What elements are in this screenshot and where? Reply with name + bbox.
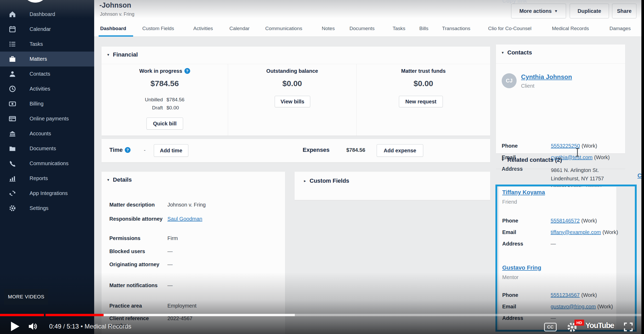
player-controls: 0:49 / 5:13 • Medical Records CC HD YouT… (0, 318, 644, 334)
sidebar-item-accounts[interactable]: Accounts (0, 126, 94, 141)
draft-row: Draft $0.00 (101, 105, 228, 111)
play-button[interactable] (11, 322, 19, 331)
help-icon[interactable]: ? (125, 147, 131, 153)
new-request-button[interactable]: New request (399, 96, 443, 107)
bar-chart-icon (8, 174, 17, 183)
sidebar-item-label: Contacts (30, 71, 50, 77)
sidebar-item-reports[interactable]: Reports (0, 171, 94, 186)
related-contacts-section-header[interactable]: ▾ Related contacts (2) (496, 157, 562, 163)
fullscreen-button[interactable] (623, 322, 634, 332)
youtube-logo[interactable]: YouTube (585, 321, 614, 330)
email-type: (Work) (594, 154, 610, 160)
home-icon (8, 10, 17, 19)
sidebar-item-label: Communications (30, 160, 69, 166)
progress-played-segment (46, 314, 104, 316)
tab-communications[interactable]: Communications (265, 26, 302, 31)
detail-row: Responsible attorney Saul Goodman (109, 215, 279, 222)
custom-fields-section-header[interactable]: ▸ Custom Fields (298, 177, 349, 184)
tab-tasks[interactable]: Tasks (393, 26, 405, 31)
financial-section-header[interactable]: ▾ Financial (101, 47, 138, 63)
calendar-icon (8, 25, 17, 34)
contacts-card: ▾ Contacts CJ Cynthia Johnson Client Pho… (496, 44, 625, 153)
closed-captions-button[interactable]: CC (544, 323, 557, 331)
time-value: - (144, 147, 145, 153)
view-bills-button[interactable]: View bills (275, 96, 310, 107)
details-section-header[interactable]: ▾ Details (101, 172, 132, 188)
quick-bill-button[interactable]: Quick bill (146, 118, 183, 130)
page-title: -Johnson (99, 1, 131, 9)
briefcase-icon (8, 55, 17, 64)
sidebar-item-label: Settings (30, 205, 48, 211)
contact-name-link[interactable]: Cynthia Johnson (521, 73, 572, 81)
credit-card-icon (8, 114, 17, 123)
tab-dashboard[interactable]: Dashboard (100, 26, 126, 31)
contact-role: Client (521, 83, 534, 89)
hd-quality-badge: HD (574, 320, 584, 326)
sidebar-item-billing[interactable]: Billing (0, 96, 94, 111)
tab-bills[interactable]: Bills (419, 26, 428, 31)
sidebar-item-documents[interactable]: Documents (0, 141, 94, 156)
sidebar-item-online-payments[interactable]: Online payments (0, 111, 94, 126)
gear-icon (8, 204, 17, 213)
expenses-label: Expenses (303, 147, 330, 153)
tab-notes[interactable]: Notes (322, 26, 335, 31)
more-actions-button[interactable]: More actions ▼ (511, 4, 566, 18)
add-expense-button[interactable]: Add expense (377, 144, 423, 157)
work-in-progress-column: Work in progress? $784.56 Unbilled $784.… (101, 64, 228, 136)
tab-clio-co-counsel[interactable]: Clio for Co-Counsel (488, 26, 532, 31)
tab-transactions[interactable]: Transactions (442, 26, 470, 31)
highlight-annotation (495, 185, 637, 332)
tab-medical-records[interactable]: Medical Records (552, 26, 589, 31)
volume-icon[interactable] (27, 321, 40, 332)
add-time-button[interactable]: Add time (154, 144, 188, 157)
contacts-section-header[interactable]: ▾ Contacts (496, 44, 532, 61)
detail-row: Matter description Johnson v. Fring (109, 201, 279, 208)
sidebar-item-communications[interactable]: Communications (0, 156, 94, 171)
sidebar-item-settings[interactable]: Settings (0, 201, 94, 216)
sidebar-item-tasks[interactable]: Tasks (0, 37, 94, 52)
responsible-attorney-link[interactable]: Saul Goodman (167, 216, 202, 222)
unbilled-row: Unbilled $784.56 (101, 97, 228, 103)
collapse-caret-icon: ▾ (502, 158, 504, 162)
sidebar-item-contacts[interactable]: Contacts (0, 66, 94, 81)
sidebar-item-app-integrations[interactable]: App Integrations (0, 186, 94, 201)
chapter-title: Medical Records (84, 323, 131, 330)
sidebar-item-matters[interactable]: Matters (0, 52, 94, 66)
detail-row: Blocked users — (109, 248, 279, 255)
trust-funds-column: Matter trust funds $0.00 New request (357, 64, 490, 136)
contact-phone-link[interactable]: 5553225250 (551, 143, 580, 149)
outstanding-title: Outstanding balance (228, 68, 356, 74)
sidebar-item-label: Calendar (30, 26, 51, 32)
sidebar-item-dashboard[interactable]: Dashboard (0, 7, 94, 22)
sidebar-item-label: Documents (30, 146, 56, 152)
tab-documents[interactable]: Documents (349, 26, 375, 31)
time-label: Time (109, 147, 123, 153)
share-button[interactable]: Share (612, 4, 636, 18)
sidebar-item-activities[interactable]: Activities (0, 81, 94, 96)
custom-fields-card: ▸ Custom Fields (295, 172, 490, 200)
video-frame: Dashboard Calendar Tasks Matters Contact… (0, 0, 644, 334)
text-cursor (577, 148, 578, 157)
phone-type: (Work) (581, 143, 597, 149)
task-list-icon (8, 40, 17, 49)
tab-calendar[interactable]: Calendar (229, 26, 250, 31)
more-videos-button[interactable]: MORE VIDEOS (4, 289, 48, 305)
tab-activities[interactable]: Activities (193, 26, 213, 31)
duplicate-button[interactable]: Duplicate (570, 4, 609, 18)
tab-damages[interactable]: Damages (609, 26, 631, 31)
sidebar-item-calendar[interactable]: Calendar (0, 22, 94, 37)
sidebar-item-label: Reports (30, 175, 48, 181)
expand-caret-icon: ▸ (304, 179, 306, 183)
tab-custom-fields[interactable]: Custom Fields (142, 26, 174, 31)
sidebar-item-label: Online payments (30, 116, 69, 122)
bank-icon (8, 129, 17, 138)
detail-row: Originating attorney — (109, 261, 279, 268)
help-icon[interactable]: ? (184, 68, 190, 74)
video-letterbox-edge (641, 0, 644, 334)
sidebar-item-label: Billing (30, 101, 43, 107)
details-card: ▾ Details Matter description Johnson v. … (101, 172, 285, 334)
clock-icon (8, 85, 17, 93)
clipped-link[interactable]: C (637, 172, 642, 179)
progress-bar[interactable] (0, 314, 644, 316)
sidebar-item-label: Accounts (30, 131, 51, 137)
